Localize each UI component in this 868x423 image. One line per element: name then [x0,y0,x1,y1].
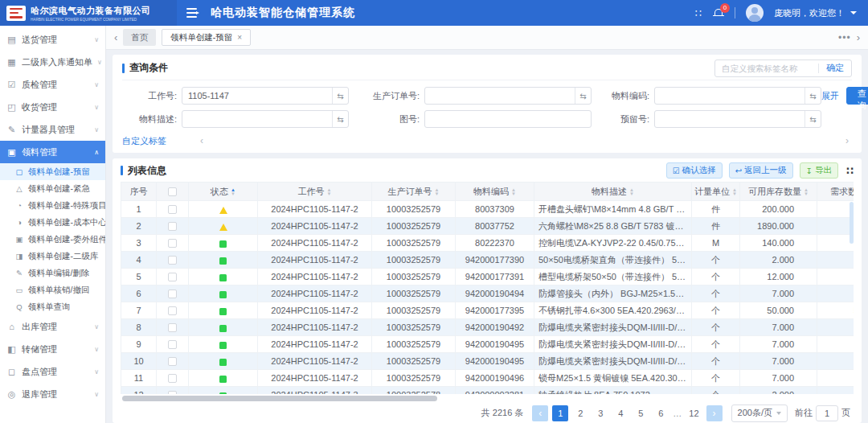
column-header-stock_qty[interactable]: 可用库存数量▲▼ [740,183,817,201]
tags-scroll-left-icon[interactable]: ‹ [200,135,203,146]
column-header-demand_qty[interactable]: 需求数量▲▼ [817,183,854,201]
horizontal-scrollbar[interactable] [121,395,854,402]
tab-领料单创建-预留[interactable]: 领料单创建-预留× [162,29,251,46]
sort-desc-icon[interactable]: ▼ [231,192,235,196]
row-checkbox[interactable] [168,374,177,383]
list-select-icon[interactable]: ⇆ [805,88,821,104]
sidebar-subitem-create-cost-center[interactable]: ◑领料单创建-成本中心 [0,214,105,231]
column-settings-icon[interactable]: ∷ [846,165,854,177]
row-checkbox[interactable] [168,391,177,394]
sidebar-item-measuring-tools[interactable]: ✎计量器具管理∨ [0,118,105,141]
sidebar-item-stocktake[interactable]: ◻盘点管理∨ [0,360,105,383]
column-header-unit[interactable]: 计量单位▲▼ [692,183,740,201]
page-button-6[interactable]: 6 [653,405,669,421]
图号-input[interactable] [425,114,591,124]
sort-icon[interactable]: ▲▼ [804,188,809,195]
page-button-2[interactable]: 2 [572,405,588,421]
page-button-1[interactable]: 1 [552,405,568,421]
row-checkbox[interactable] [168,205,177,214]
confirm-tag-button[interactable]: 确定 [819,62,851,74]
custom-tag-link[interactable]: 自定义标签 [122,135,166,147]
sidebar-item-transfer[interactable]: ◧转储管理∨ [0,338,105,360]
sidebar-subitem-create-special[interactable]: ◔领料单创建-特殊项目 [0,197,105,214]
sort-icon[interactable]: ▲▼ [231,188,235,195]
sort-desc-icon[interactable]: ▼ [327,192,332,196]
sidebar-item-outbound[interactable]: ⌂出库管理∨ [0,315,105,338]
custom-tag-name-input[interactable] [715,64,818,73]
sidebar-subitem-create-outsourced[interactable]: ▣领料单创建-委外组件 [0,231,105,248]
fullscreen-icon[interactable]: ∷ [695,7,702,19]
search-button[interactable]: 查询 [846,87,868,105]
column-header-work_no[interactable]: 工作号▲▼ [258,183,372,201]
sort-icon[interactable]: ▲▼ [511,188,516,195]
column-header-status[interactable]: 状态▲▼ [189,183,258,201]
column-header-material_code[interactable]: 物料编码▲▼ [456,183,534,201]
sort-desc-icon[interactable]: ▼ [511,192,516,196]
page-button-12[interactable]: 12 [686,405,702,421]
sidebar-subitem-create-secondary[interactable]: ◨领料单创建-二级库 [0,248,105,265]
row-checkbox[interactable] [168,290,177,298]
sort-desc-icon[interactable]: ▼ [732,192,737,196]
sidebar-subitem-edit-delete[interactable]: ✎领料单编辑/删除 [0,265,105,281]
sidebar-subitem-writeoff-recall[interactable]: ▭领料单核销/撤回 [0,281,105,298]
sort-icon[interactable]: ▲▼ [629,188,634,195]
sidebar-subitem-create-reserve[interactable]: ▢领料单创建-预留 [0,163,105,180]
page-button-4[interactable]: 4 [612,405,628,421]
list-select-icon[interactable]: ⇆ [575,88,591,104]
sidebar-item-return[interactable]: ◎退库管理∨ [0,383,105,405]
sidebar-item-receiving[interactable]: ◰收货管理∨ [0,96,105,118]
column-header-material_desc[interactable]: 物料描述▲▼ [534,183,692,201]
page-size-select[interactable]: 200条/页 [731,405,788,422]
back-level-button[interactable]: ↩返回上一级 [729,162,793,179]
avatar[interactable] [746,4,764,22]
row-checkbox[interactable] [168,239,177,248]
user-menu-caret-icon[interactable] [850,11,857,14]
tab-首页[interactable]: 首页 [123,29,156,46]
prev-page-icon[interactable]: ‹ [532,405,548,421]
sidebar-item-material[interactable]: ▣领料管理∧ [0,141,105,163]
sidebar-item-delivery[interactable]: ▤送货管理∨ [0,28,105,51]
sort-desc-icon[interactable]: ▼ [804,192,809,196]
sidebar-subitem-create-urgent[interactable]: △领料单创建-紧急 [0,180,105,197]
工作号-input[interactable] [182,91,332,101]
list-select-icon[interactable]: ⇆ [332,111,348,127]
row-checkbox[interactable] [168,256,177,265]
sort-icon[interactable]: ▲▼ [732,188,737,195]
list-select-icon[interactable]: ⇆ [805,111,821,127]
page-button-5[interactable]: 5 [633,405,649,421]
row-checkbox[interactable] [168,222,177,231]
sort-desc-icon[interactable]: ▼ [435,192,440,196]
tab-close-icon[interactable]: × [237,33,242,42]
物料描述-input[interactable] [182,114,332,124]
notification-bell-icon[interactable]: 0 [713,7,724,18]
column-header-order_no[interactable]: 生产订单号▲▼ [372,183,456,201]
row-checkbox[interactable] [168,357,177,366]
sidebar-item-secondary-inbound[interactable]: ▦二级库入库通知单∨ [0,51,105,73]
vertical-scrollbar[interactable] [850,202,854,244]
list-select-icon[interactable]: ⇆ [332,88,348,104]
tabs-forward-icon[interactable]: › [857,31,860,43]
sidebar-subitem-query[interactable]: Q领料单查询 [0,298,105,315]
sort-icon[interactable]: ▲▼ [327,188,332,195]
menu-collapse-icon[interactable] [186,8,199,18]
row-checkbox[interactable] [168,306,177,315]
page-button-3[interactable]: 3 [592,405,608,421]
row-checkbox[interactable] [168,273,177,281]
sidebar-item-quality[interactable]: ☑质检管理∨ [0,73,105,96]
sort-desc-icon[interactable]: ▼ [629,192,634,196]
tags-scroll-right-icon[interactable]: › [845,135,852,146]
expand-link[interactable]: 展开 [821,90,839,102]
goto-page-input[interactable] [816,405,838,421]
sort-icon[interactable]: ▲▼ [435,188,440,195]
select-all-checkbox[interactable] [168,187,177,196]
next-page-icon[interactable]: › [706,405,723,421]
horizontal-scrollbar-thumb[interactable] [122,396,437,401]
confirm-select-button[interactable]: ☑确认选择 [666,162,723,179]
tabs-back-icon[interactable]: ‹ [114,31,117,43]
export-button[interactable]: ↧导出 [800,162,838,179]
预留号-input[interactable] [655,114,805,124]
row-checkbox[interactable] [168,323,177,332]
生产订单号-input[interactable] [425,91,575,101]
物料编码-input[interactable] [655,91,805,101]
tabs-more-icon[interactable]: ••• [838,32,851,43]
